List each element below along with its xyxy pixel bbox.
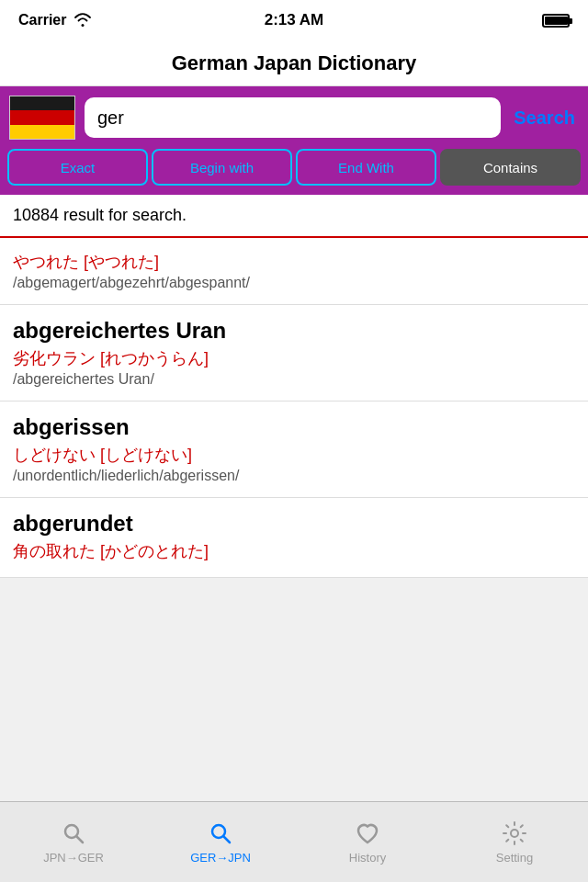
- tab-begin-with[interactable]: Begin with: [152, 149, 292, 186]
- tab-contains[interactable]: Contains: [440, 149, 581, 186]
- results-list: やつれた [やつれた] /abgemagert/abgezehrt/abgesp…: [0, 238, 588, 578]
- search-header: Search: [0, 86, 588, 149]
- app-title-bar: German Japan Dictionary: [0, 40, 588, 86]
- flag-red-stripe: [10, 110, 74, 124]
- gear-icon: [501, 820, 528, 847]
- tab-jpn-ger[interactable]: JPN→GER: [0, 802, 147, 882]
- result-japanese: やつれた [やつれた]: [13, 251, 575, 273]
- tab-label-history: History: [349, 851, 386, 865]
- battery-icon: [542, 14, 570, 28]
- tab-label-ger-jpn: GER→JPN: [190, 851, 251, 865]
- result-german: abgereichertes Uran: [13, 318, 575, 344]
- tab-label-jpn-ger: JPN→GER: [43, 851, 104, 865]
- wifi-icon: [74, 12, 92, 29]
- german-flag: [9, 96, 75, 140]
- svg-point-4: [511, 830, 518, 837]
- heart-icon: [354, 820, 381, 847]
- carrier-label: Carrier: [18, 12, 66, 28]
- tab-ger-jpn[interactable]: GER→JPN: [147, 802, 294, 882]
- list-item[interactable]: abgereichertes Uran 劣化ウラン [れつかうらん] /abge…: [0, 305, 588, 401]
- result-japanese: しどけない [しどけない]: [13, 444, 575, 466]
- status-bar: Carrier 2:13 AM: [0, 0, 588, 40]
- list-item[interactable]: abgerissen しどけない [しどけない] /unordentlich/l…: [0, 401, 588, 498]
- result-german: abgerundet: [13, 511, 575, 537]
- status-bar-right: [542, 14, 570, 28]
- svg-line-1: [77, 837, 84, 843]
- tab-end-with[interactable]: End With: [296, 149, 436, 186]
- result-romaji: /abgereichertes Uran/: [13, 371, 575, 388]
- result-count: 10884 result for search.: [0, 195, 588, 238]
- tab-label-setting: Setting: [496, 851, 533, 865]
- app-title: German Japan Dictionary: [172, 51, 417, 75]
- tab-bar: JPN→GER GER→JPN History Setting: [0, 801, 588, 882]
- list-item[interactable]: やつれた [やつれた] /abgemagert/abgezehrt/abgesp…: [0, 238, 588, 305]
- tab-exact[interactable]: Exact: [7, 149, 148, 186]
- list-item[interactable]: abgerundet 角の取れた [かどのとれた]: [0, 498, 588, 578]
- filter-tabs: Exact Begin with End With Contains: [0, 149, 588, 195]
- svg-line-3: [224, 837, 231, 843]
- flag-gold-stripe: [10, 125, 74, 139]
- flag-black-stripe: [10, 96, 74, 110]
- search-button[interactable]: Search: [510, 107, 579, 129]
- search-input[interactable]: [85, 97, 501, 138]
- status-bar-left: Carrier: [18, 12, 92, 29]
- result-german: abgerissen: [13, 414, 575, 440]
- main-content: 10884 result for search. やつれた [やつれた] /ab…: [0, 195, 588, 659]
- search-active-icon: [207, 820, 234, 847]
- result-romaji: /abgemagert/abgezehrt/abgespannt/: [13, 275, 575, 291]
- search-icon: [60, 820, 87, 847]
- result-romaji: /unordentlich/liederlich/abgerissen/: [13, 468, 575, 484]
- status-bar-time: 2:13 AM: [265, 11, 324, 29]
- tab-setting[interactable]: Setting: [441, 802, 588, 882]
- result-japanese: 角の取れた [かどのとれた]: [13, 540, 575, 562]
- tab-history[interactable]: History: [294, 802, 441, 882]
- result-japanese: 劣化ウラン [れつかうらん]: [13, 347, 575, 369]
